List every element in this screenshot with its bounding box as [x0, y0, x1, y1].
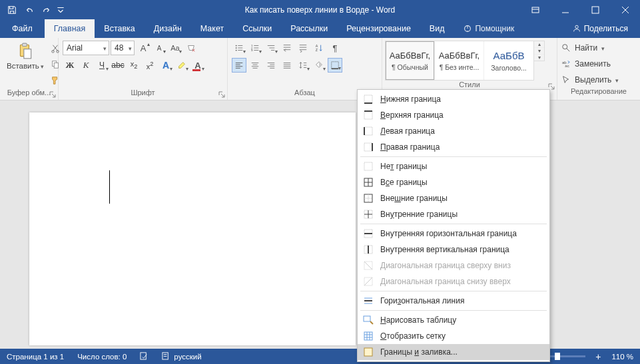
subscript-button[interactable]: x2	[127, 58, 141, 73]
select-button[interactable]: Выделить	[561, 73, 636, 87]
style-heading1[interactable]: АаБбВ Заголово...	[484, 41, 533, 80]
increase-indent-button[interactable]	[296, 41, 310, 55]
styles-gallery[interactable]: АаБбВвГг, ¶ Обычный АаБбВвГг, ¶ Без инте…	[385, 41, 534, 81]
font-launcher[interactable]	[218, 91, 226, 99]
find-button[interactable]: Найти	[561, 41, 636, 55]
undo-button[interactable]	[21, 2, 37, 18]
tab-layout[interactable]: Макет	[191, 19, 233, 38]
gallery-up-button[interactable]: ▴	[534, 41, 544, 48]
align-left-button[interactable]	[232, 58, 246, 73]
font-size-combo[interactable]: 48	[111, 41, 135, 55]
style-normal[interactable]: АаБбВвГг, ¶ Обычный	[386, 41, 435, 80]
horizontal-line-item[interactable]: Горизонтальная линия	[358, 293, 549, 309]
tab-mailings[interactable]: Рассылки	[281, 19, 337, 38]
border-outside-item[interactable]: Внешние границы	[358, 190, 549, 206]
border-inside-item[interactable]: Внутренние границы	[358, 206, 549, 222]
svg-rect-10	[54, 63, 58, 68]
multilevel-list-button[interactable]: ▾	[264, 41, 278, 55]
highlight-button[interactable]: ▾	[174, 58, 189, 73]
italic-button[interactable]: К	[79, 58, 93, 73]
share-button[interactable]: Поделиться	[560, 19, 640, 38]
page-number-status[interactable]: Страница 1 из 1	[0, 349, 71, 364]
styles-gallery-scroll[interactable]: ▴ ▾ ▾	[534, 41, 545, 61]
superscript-button[interactable]: x2	[143, 58, 157, 73]
ribbon-display-options-button[interactable]	[520, 0, 550, 19]
decrease-indent-button[interactable]	[280, 41, 294, 55]
justify-button[interactable]	[280, 58, 294, 73]
bullets-button[interactable]: ▾	[232, 41, 246, 55]
svg-rect-0	[532, 7, 539, 13]
font-color-button[interactable]: A▾	[190, 58, 205, 73]
border-top-icon	[363, 110, 374, 120]
border-inside-h-item[interactable]: Внутренняя горизонтальная граница	[358, 226, 549, 242]
bold-button[interactable]: Ж	[63, 58, 77, 73]
tab-home[interactable]: Главная	[45, 19, 95, 38]
clear-formatting-button[interactable]	[184, 41, 198, 55]
tab-design[interactable]: Дизайн	[145, 19, 191, 38]
group-font: Arial 48 A▴ A▾ Aa▾ Ж К Ч▾ abc x2 x2 A▾ ▾	[59, 38, 228, 100]
tell-me[interactable]: Помощник	[454, 19, 523, 38]
border-right-item[interactable]: Правая граница	[358, 139, 549, 155]
borders-and-shading-item[interactable]: Границы и заливка...	[358, 344, 549, 360]
tab-references[interactable]: Ссылки	[233, 19, 281, 38]
shading-button[interactable]: ▾	[312, 58, 326, 73]
svg-rect-23	[364, 95, 372, 103]
group-label-font: Шрифт	[59, 89, 227, 100]
border-inside-v-icon	[363, 244, 374, 255]
gallery-down-button[interactable]: ▾	[534, 48, 544, 55]
align-right-button[interactable]	[264, 58, 278, 73]
view-gridlines-item[interactable]: Отобразить сетку	[358, 328, 549, 344]
borders-button[interactable]: ▾	[328, 58, 342, 73]
line-spacing-button[interactable]: ▾	[296, 58, 310, 73]
underline-button[interactable]: Ч▾	[95, 58, 109, 73]
svg-point-13	[236, 50, 237, 51]
replace-button[interactable]: abac Заменить	[561, 57, 636, 71]
grow-font-button[interactable]: A▴	[136, 41, 151, 55]
border-none-item[interactable]: Нет границы	[358, 158, 549, 174]
proofing-status[interactable]	[133, 349, 155, 364]
tab-file[interactable]: Файл	[0, 19, 45, 38]
window-title: Как писать поверх линии в Ворде - Word	[245, 5, 396, 15]
border-top-item[interactable]: Верхняя граница	[358, 107, 549, 123]
zoom-level[interactable]: 110 %	[605, 349, 640, 364]
border-bottom-item[interactable]: Нижняя граница	[358, 91, 549, 107]
sort-button[interactable]: AZ	[312, 41, 326, 55]
svg-rect-39	[162, 353, 168, 359]
svg-rect-6	[24, 49, 31, 59]
border-all-item[interactable]: Все границы	[358, 174, 549, 190]
close-button[interactable]	[610, 0, 640, 19]
strikethrough-button[interactable]: abc	[111, 58, 125, 73]
font-name-combo[interactable]: Arial	[63, 41, 109, 55]
border-none-icon	[363, 161, 374, 172]
word-count-status[interactable]: Число слов: 0	[71, 349, 133, 364]
minimize-button[interactable]	[550, 0, 580, 19]
tab-insert[interactable]: Вставка	[95, 19, 144, 38]
page[interactable]	[29, 112, 356, 345]
shrink-font-button[interactable]: A▾	[152, 41, 166, 55]
show-marks-button[interactable]: ¶	[328, 41, 342, 55]
change-case-button[interactable]: Aa▾	[168, 41, 182, 55]
paste-icon	[16, 42, 35, 61]
paste-button[interactable]: Вставить	[4, 41, 47, 71]
border-left-item[interactable]: Левая граница	[358, 123, 549, 139]
group-editing: Найти abac Заменить Выделить Редактирова…	[557, 38, 640, 100]
maximize-button[interactable]	[580, 0, 610, 19]
gallery-more-button[interactable]: ▾	[534, 55, 544, 61]
text-effects-button[interactable]: A▾	[159, 58, 173, 73]
zoom-in-button[interactable]: +	[593, 351, 603, 362]
save-button[interactable]	[4, 2, 20, 18]
align-center-button[interactable]	[248, 58, 262, 73]
draw-table-item[interactable]: Нарисовать таблицу	[358, 312, 549, 328]
borders-dropdown-menu: Нижняя граница Верхняя граница Левая гра…	[357, 89, 550, 362]
clipboard-launcher[interactable]	[49, 91, 57, 99]
share-label: Поделиться	[584, 24, 628, 33]
tell-me-label: Помощник	[475, 24, 514, 33]
qat-customize-button[interactable]	[56, 2, 65, 18]
tab-view[interactable]: Вид	[420, 19, 454, 38]
language-status[interactable]: русский	[155, 349, 208, 364]
tab-review[interactable]: Рецензирование	[337, 19, 420, 38]
style-no-spacing[interactable]: АаБбВвГг, ¶ Без инте...	[435, 41, 484, 80]
redo-button[interactable]	[39, 2, 55, 18]
border-inside-v-item[interactable]: Внутренняя вертикальная граница	[358, 242, 549, 258]
numbering-button[interactable]: 123▾	[248, 41, 262, 55]
